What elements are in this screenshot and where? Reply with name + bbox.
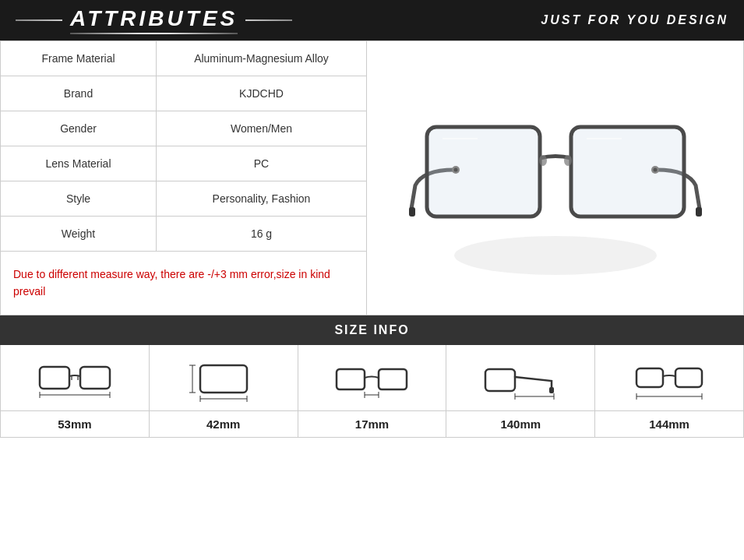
size-info-grid: 53mm 42mm xyxy=(0,345,744,438)
glasses-height-icon xyxy=(185,357,263,404)
attr-label-style: Style xyxy=(1,181,157,216)
size-icon-53 xyxy=(28,345,122,410)
svg-rect-33 xyxy=(549,387,554,393)
svg-point-10 xyxy=(653,168,657,172)
svg-rect-13 xyxy=(40,367,69,389)
size-icon-42 xyxy=(177,345,270,410)
svg-rect-32 xyxy=(485,369,515,391)
glasses-width-icon xyxy=(630,357,708,404)
attr-label-weight: Weight xyxy=(1,217,157,251)
svg-rect-20 xyxy=(200,365,247,393)
measurement-note: Due to different measure way, there are … xyxy=(1,252,366,315)
size-info-header: SIZE INFO xyxy=(0,315,744,345)
attr-label-brand: Brand xyxy=(1,76,157,111)
table-row: Brand KJDCHD xyxy=(1,76,366,111)
size-icon-17 xyxy=(325,345,418,410)
attr-value-style: Personality, Fashion xyxy=(157,181,366,216)
main-content: Frame Material Aluminum-Magnesium Alloy … xyxy=(0,41,744,315)
svg-rect-2 xyxy=(696,207,702,217)
size-icon-140 xyxy=(474,345,567,410)
size-value-53: 53mm xyxy=(1,410,149,437)
size-value-144: 144mm xyxy=(595,410,743,437)
svg-point-0 xyxy=(454,236,657,275)
attr-label-lens-material: Lens Material xyxy=(1,146,157,181)
attr-value-lens-material: PC xyxy=(157,146,366,181)
svg-point-5 xyxy=(539,155,547,166)
attributes-table: Frame Material Aluminum-Magnesium Alloy … xyxy=(1,41,367,315)
size-info-title: SIZE INFO xyxy=(334,323,409,336)
table-row: Lens Material PC xyxy=(1,146,366,181)
attr-value-brand: KJDCHD xyxy=(157,76,366,111)
glasses-bridge-icon xyxy=(333,357,411,404)
size-cell-144: 144mm xyxy=(595,345,743,437)
attr-label-frame-material: Frame Material xyxy=(1,41,157,76)
glasses-front-icon xyxy=(36,357,114,404)
size-value-140: 140mm xyxy=(446,410,594,437)
attr-value-weight: 16 g xyxy=(157,217,366,251)
svg-rect-3 xyxy=(427,127,540,217)
attr-value-gender: Women/Men xyxy=(157,111,366,146)
glasses-image-area xyxy=(367,41,743,315)
table-row: Gender Women/Men xyxy=(1,111,366,146)
svg-point-9 xyxy=(453,168,457,172)
svg-rect-4 xyxy=(571,127,684,217)
attr-label-gender: Gender xyxy=(1,111,157,146)
size-value-17: 17mm xyxy=(298,410,446,437)
glasses-illustration xyxy=(407,61,703,294)
table-row: Style Personality, Fashion xyxy=(1,181,366,217)
svg-rect-28 xyxy=(379,369,407,389)
svg-rect-37 xyxy=(636,368,663,387)
glasses-temple-icon xyxy=(481,357,559,404)
page-title: ATTRIBUTES xyxy=(70,6,238,30)
table-row: Frame Material Aluminum-Magnesium Alloy xyxy=(1,41,366,76)
table-row: Weight 16 g xyxy=(1,217,366,252)
size-cell-17: 17mm xyxy=(298,345,447,437)
svg-rect-1 xyxy=(409,207,415,217)
size-icon-144 xyxy=(622,345,716,410)
size-cell-140: 140mm xyxy=(446,345,595,437)
svg-point-6 xyxy=(564,155,572,166)
size-cell-42: 42mm xyxy=(150,345,298,437)
size-cell-53: 53mm xyxy=(1,345,150,437)
page-header: ATTRIBUTES JUST FOR YOU DESIGN xyxy=(0,0,744,41)
svg-rect-14 xyxy=(80,367,110,389)
glasses-svg xyxy=(407,69,703,287)
svg-rect-27 xyxy=(337,369,365,389)
svg-rect-38 xyxy=(675,368,702,387)
attr-value-frame-material: Aluminum-Magnesium Alloy xyxy=(157,41,366,76)
size-value-42: 42mm xyxy=(150,410,298,437)
header-subtitle: JUST FOR YOU DESIGN xyxy=(541,13,728,27)
